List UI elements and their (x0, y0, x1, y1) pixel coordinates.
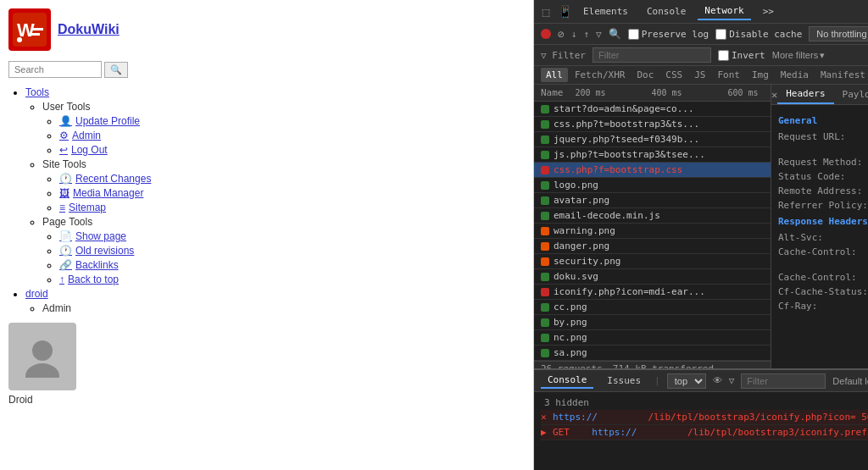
svg-point-5 (32, 340, 53, 361)
request-row[interactable]: cc.png (534, 300, 771, 315)
backlinks-link[interactable]: 🔗 Backlinks (59, 259, 525, 271)
download-icon[interactable]: ↓ (571, 29, 577, 40)
tab-issues[interactable]: Issues (600, 373, 648, 388)
default-levels-button[interactable]: Default levels ▾ (832, 375, 868, 386)
error-link2[interactable]: https:// (592, 427, 637, 438)
request-row[interactable]: start?do=admin&page=co... (534, 102, 771, 117)
device-icon[interactable]: 📱 (558, 5, 571, 19)
tab-console-bottom[interactable]: Console (541, 373, 593, 389)
logout-icon: ↩ (59, 144, 68, 156)
request-url-key: Request URL: (778, 131, 868, 153)
search-button[interactable]: 🔍 (104, 62, 128, 78)
user-area: Droid (8, 323, 525, 406)
logout-link[interactable]: ↩ Log Out (59, 144, 525, 156)
network-status-bar: 26 requests 714 kB transferred (534, 361, 771, 368)
status-dot (541, 349, 549, 357)
type-tab-all[interactable]: All (541, 68, 568, 82)
wiki-header: W DokuWiki (8, 8, 525, 51)
tab-console[interactable]: Console (640, 3, 693, 19)
update-profile-link[interactable]: 👤 Update Profile (59, 115, 525, 127)
filter-icon[interactable]: ▽ (596, 29, 602, 40)
preserve-log-checkbox[interactable] (628, 29, 639, 40)
more-filters-button[interactable]: More filters ▾ (772, 50, 825, 61)
close-details-icon[interactable]: ✕ (771, 89, 777, 101)
request-row[interactable]: css.php?t=bootstrap3&ts... (534, 117, 771, 132)
request-row[interactable]: nc.png (534, 330, 771, 346)
clear-button[interactable]: ⊘ (558, 28, 565, 41)
details-panel: ✕ Headers Payload Preview Response >> Ge… (771, 85, 868, 368)
request-row[interactable]: js.php?t=bootstrap3&tsee... (534, 147, 771, 163)
expand-icon[interactable]: ▶ (541, 427, 553, 438)
tab-headers[interactable]: Headers (777, 85, 833, 104)
show-page-link[interactable]: 📄 Show page (59, 230, 525, 242)
search-icon[interactable]: 🔍 (609, 28, 621, 40)
eye-icon[interactable]: 👁 (713, 375, 722, 386)
tab-payload[interactable]: Payload (834, 86, 868, 103)
alt-svc-row: Alt-Svc: h3="-443"; ma=86400 (778, 230, 868, 245)
inspect-icon[interactable]: ⬚ (539, 5, 553, 19)
console-filter-input[interactable] (741, 373, 826, 389)
cf-ray-row: Cf-Ray: 8fa525bfeb400921- (778, 299, 868, 313)
console-entry-error1: ✕ https:// /lib/tpl/bootstrap3/iconify.p… (541, 410, 868, 425)
tab-elements[interactable]: Elements (576, 3, 635, 19)
svg-point-4 (17, 37, 22, 42)
request-row[interactable]: danger.png (534, 239, 771, 254)
console-level-select[interactable]: top (667, 373, 706, 389)
webpage-panel: W DokuWiki 🔍 Tools User Tools (0, 0, 534, 470)
record-button[interactable] (541, 29, 551, 39)
throttle-select[interactable]: No throttling (809, 26, 868, 41)
request-row[interactable]: by.png (534, 315, 771, 330)
sitemap-link[interactable]: ≡ Sitemap (59, 202, 525, 213)
request-row[interactable]: security.png (534, 254, 771, 269)
type-tab-css[interactable]: CSS (660, 68, 687, 82)
console-entry-error2: ▶ GET https:// /lib/tpl/bootstrap3/iconi… (541, 425, 868, 440)
request-row[interactable]: avatar.png (534, 193, 771, 208)
type-tab-fetch[interactable]: Fetch/XHR (570, 68, 631, 82)
user-name: Droid (8, 394, 525, 406)
status-code-key: Status Code: (778, 171, 868, 182)
request-row[interactable]: sa.png (534, 346, 771, 361)
admin-sub-item: Admin (42, 302, 525, 314)
type-tab-js[interactable]: JS (689, 68, 710, 82)
filter-input[interactable] (593, 47, 711, 63)
type-tab-media[interactable]: Media (776, 68, 814, 82)
preserve-log-label: Preserve log (628, 29, 709, 40)
back-to-top-link[interactable]: ↑ Back to top (59, 274, 525, 285)
request-row[interactable]: warning.png (534, 224, 771, 239)
droid-link[interactable]: droid (25, 288, 48, 300)
tab-more[interactable]: >> (756, 3, 781, 19)
recent-changes-link[interactable]: 🕐 Recent Changes (59, 173, 525, 185)
status-dot (541, 135, 549, 144)
error-link1[interactable]: https:// (553, 412, 598, 423)
wiki-title[interactable]: DokuWiki (58, 22, 120, 37)
request-row[interactable]: doku.svg (534, 269, 771, 285)
cf-cache-status-row: Cf-Cache-Status: DYNAMIC (778, 285, 868, 299)
upload-icon[interactable]: ↑ (583, 29, 589, 40)
status-dot (541, 242, 549, 251)
status-dot (541, 334, 549, 342)
remote-address-row: Remote Address: 172.67.155.124:443 (778, 184, 868, 198)
type-tab-doc[interactable]: Doc (632, 68, 659, 82)
wiki-logo: W (8, 8, 51, 51)
request-row[interactable]: jquery.php?tseed=f0349b... (534, 132, 771, 147)
filter-icon-console[interactable]: ▽ (729, 375, 735, 386)
tools-link[interactable]: Tools (25, 86, 49, 98)
filter-label: ▽ Filter (541, 50, 586, 61)
type-tab-font[interactable]: Font (712, 68, 745, 82)
search-input[interactable] (8, 61, 102, 78)
request-row[interactable]: email-decode.min.js (534, 208, 771, 224)
status-dot (541, 318, 549, 327)
old-revisions-link[interactable]: 🕐 Old revisions (59, 245, 525, 257)
request-row[interactable]: logo.png (534, 178, 771, 193)
tab-network[interactable]: Network (698, 3, 750, 20)
type-tab-manifest[interactable]: Manifest (815, 68, 868, 82)
request-row[interactable]: iconify.php?icon=mdi-ear... (534, 285, 771, 300)
network-toolbar: ⊘ ↓ ↑ ▽ 🔍 Preserve log Disable cache No … (534, 24, 868, 45)
media-manager-link[interactable]: 🖼 Media Manager (59, 187, 525, 199)
admin-link[interactable]: ⚙ Admin (59, 130, 525, 141)
cache-control2-key: Cache-Control: (778, 272, 868, 283)
type-tab-img[interactable]: Img (747, 68, 774, 82)
invert-checkbox[interactable] (718, 50, 729, 61)
disable-cache-checkbox[interactable] (715, 29, 726, 40)
request-row-selected[interactable]: css.php?f=bootstrap.css (534, 163, 771, 178)
